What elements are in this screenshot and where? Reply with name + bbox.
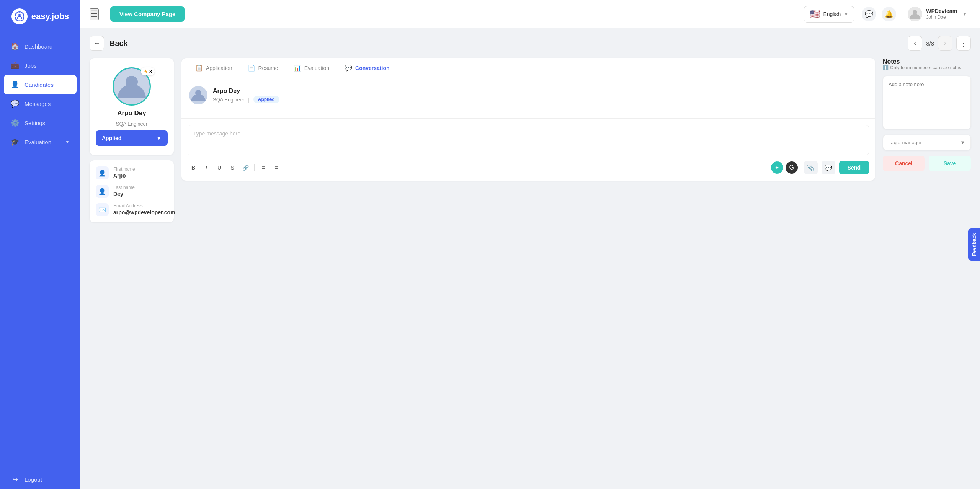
logo-icon — [11, 8, 28, 24]
tab-application-label: Application — [206, 65, 232, 71]
last-name-label: Last name — [113, 185, 135, 190]
sidebar-item-candidates[interactable]: 👤 Candidates — [4, 75, 77, 94]
svg-point-1 — [18, 14, 21, 16]
sidebar-item-label: Jobs — [24, 62, 37, 69]
cancel-button[interactable]: Cancel — [883, 156, 925, 171]
sidebar: easy.jobs 🏠 Dashboard 💼 Jobs 👤 Candidate… — [0, 0, 80, 489]
sidebar-item-messages[interactable]: 💬 Messages — [0, 94, 80, 113]
chat-icon-button[interactable]: 💬 — [862, 7, 876, 21]
candidate-card: ★ 3 Arpo Dey SQA Engineer Applied ▼ — [90, 58, 174, 155]
application-tab-icon: 📋 — [195, 64, 203, 72]
sidebar-item-settings[interactable]: ⚙️ Settings — [0, 113, 80, 132]
conversation-tab-icon: 💬 — [345, 64, 352, 72]
info-card: 👤 First name Arpo 👤 Last name Dey — [90, 160, 174, 222]
message-input[interactable] — [188, 125, 869, 155]
evaluation-icon: 🎓 — [11, 138, 19, 146]
notes-header: Notes — [883, 58, 971, 65]
notification-icon-button[interactable]: 🔔 — [882, 7, 896, 21]
tab-bar: 📋 Application 📄 Resume 📊 Evaluation 💬 Co… — [181, 58, 875, 78]
status-label: Applied — [102, 135, 121, 141]
next-button[interactable]: › — [938, 36, 952, 51]
notes-panel: Notes ℹ️ Only team members can see notes… — [883, 58, 971, 171]
menu-button[interactable]: ☰ — [90, 8, 99, 20]
feedback-tab[interactable]: Feedback — [968, 228, 980, 261]
list-button[interactable]: ≡ — [258, 162, 269, 173]
message-type-button[interactable]: 💬 — [822, 161, 835, 174]
main-content: ☰ View Company Page 🇺🇸 English ▼ 💬 🔔 WPD… — [80, 0, 980, 489]
message-avatar — [189, 86, 207, 104]
back-label: Back — [109, 39, 128, 48]
last-name-content: Last name Dey — [113, 185, 135, 197]
underline-button[interactable]: U — [214, 162, 225, 173]
back-button[interactable]: ← — [90, 36, 104, 51]
view-company-button[interactable]: View Company Page — [110, 6, 185, 22]
more-options-button[interactable]: ⋮ — [956, 36, 971, 51]
candidate-stars: ★ 3 — [141, 67, 155, 75]
ai-green-button[interactable]: ✦ — [771, 161, 783, 174]
jobs-icon: 💼 — [11, 61, 19, 70]
language-label: English — [823, 11, 841, 17]
evaluation-tab-icon: 📊 — [294, 64, 301, 72]
first-name-value: Arpo — [113, 173, 135, 179]
link-button[interactable]: 🔗 — [240, 162, 251, 173]
message-candidate-name: Arpo Dey — [213, 88, 279, 95]
tag-manager-dropdown[interactable]: Tag a manager ▼ — [883, 135, 971, 150]
send-button[interactable]: Send — [839, 161, 869, 174]
message-info: Arpo Dey SQA Engineer | Applied — [213, 88, 279, 103]
separator: | — [248, 97, 249, 103]
ordered-list-button[interactable]: ≡ — [271, 162, 282, 173]
sidebar-item-label: Evaluation — [24, 139, 51, 145]
first-name-row: 👤 First name Arpo — [96, 166, 168, 179]
middle-panel: 📋 Application 📄 Resume 📊 Evaluation 💬 Co… — [181, 58, 875, 181]
tag-manager-label: Tag a manager — [889, 140, 922, 145]
tab-application[interactable]: 📋 Application — [188, 58, 240, 78]
last-name-row: 👤 Last name Dey — [96, 185, 168, 198]
language-selector[interactable]: 🇺🇸 English ▼ — [804, 6, 854, 23]
star-count: 3 — [149, 68, 152, 74]
bold-button[interactable]: B — [188, 162, 199, 173]
content-area: ← Back ‹ 8/8 › ⋮ — [80, 28, 980, 489]
three-col-layout: ★ 3 Arpo Dey SQA Engineer Applied ▼ 👤 — [90, 58, 971, 222]
sidebar-item-dashboard[interactable]: 🏠 Dashboard — [0, 37, 80, 56]
save-button[interactable]: Save — [929, 156, 971, 171]
candidates-icon: 👤 — [11, 80, 19, 89]
back-bar: ← Back ‹ 8/8 › ⋮ — [90, 36, 971, 51]
notes-input[interactable] — [883, 76, 971, 129]
applied-badge: Applied — [253, 96, 279, 103]
italic-button[interactable]: I — [201, 162, 212, 173]
email-icon: ✉️ — [96, 203, 109, 216]
app-name: easy.jobs — [31, 11, 69, 21]
sidebar-item-evaluation[interactable]: 🎓 Evaluation ▼ — [0, 132, 80, 152]
sidebar-item-logout[interactable]: ↪ Logout — [0, 470, 80, 489]
avatar — [908, 7, 922, 21]
candidate-avatar-wrap: ★ 3 — [113, 67, 151, 106]
tab-evaluation[interactable]: 📊 Evaluation — [286, 58, 337, 78]
email-value: arpo@wpdeveloper.com — [113, 209, 175, 215]
tab-resume[interactable]: 📄 Resume — [240, 58, 286, 78]
ai-dark-button[interactable]: G — [786, 161, 798, 174]
email-label: Email Address — [113, 203, 175, 209]
chevron-down-icon: ▼ — [960, 140, 965, 145]
flag-icon: 🇺🇸 — [810, 9, 820, 19]
topbar-icons: 💬 🔔 — [862, 7, 896, 21]
user-icon: 👤 — [96, 166, 109, 179]
sidebar-item-label: Candidates — [24, 82, 54, 88]
message-header: Arpo Dey SQA Engineer | Applied — [189, 86, 867, 104]
candidate-panel: ★ 3 Arpo Dey SQA Engineer Applied ▼ 👤 — [90, 58, 174, 222]
settings-icon: ⚙️ — [11, 119, 19, 127]
user-menu[interactable]: WPDevteam John Doe ▼ — [904, 5, 971, 24]
attach-button[interactable]: 📎 — [804, 161, 818, 174]
star-icon: ★ — [144, 68, 148, 74]
tab-conversation[interactable]: 💬 Conversation — [337, 58, 397, 78]
strikethrough-button[interactable]: S — [227, 162, 238, 173]
message-composer: B I U S 🔗 ≡ ≡ ✦ G — [181, 118, 875, 181]
composer-tools: B I U S 🔗 ≡ ≡ — [188, 162, 282, 173]
tab-resume-label: Resume — [258, 65, 278, 71]
messages-icon: 💬 — [11, 99, 19, 108]
status-dropdown[interactable]: Applied ▼ — [96, 130, 168, 146]
candidate-name: Arpo Dey — [117, 109, 146, 117]
prev-button[interactable]: ‹ — [908, 36, 922, 51]
sidebar-logo: easy.jobs — [0, 0, 80, 33]
ai-buttons: ✦ G — [771, 161, 798, 174]
sidebar-item-jobs[interactable]: 💼 Jobs — [0, 56, 80, 75]
